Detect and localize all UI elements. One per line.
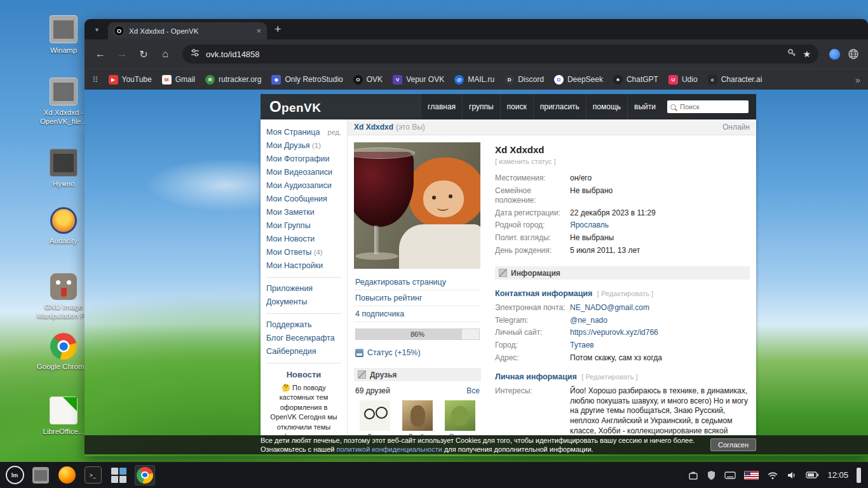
status-link[interactable]: Статус (+15%) xyxy=(355,348,480,357)
home-button[interactable]: ⌂ xyxy=(156,44,175,64)
workspace-switcher[interactable] xyxy=(109,465,129,485)
sidebar-item-answers[interactable]: Мои Ответы (4) xyxy=(266,246,341,259)
address-bar[interactable]: ovk.to/id14858 ★ xyxy=(182,44,818,64)
sidebar-item-my-page[interactable]: Моя Страницаред. xyxy=(266,126,341,139)
bookmark-deepseek[interactable]: DDeepSeek xyxy=(554,75,603,85)
show-desktop-button[interactable] xyxy=(857,468,861,483)
bookmark-mailru[interactable]: @MAIL.ru xyxy=(454,75,494,85)
youtube-favicon: ▶ xyxy=(109,75,118,85)
sidebar-item-audios[interactable]: Мои Аудиозаписи xyxy=(266,179,341,193)
friend-avatar[interactable] xyxy=(445,400,475,431)
bookmark-rutracker[interactable]: Rrutracker.org xyxy=(205,75,261,85)
us-flag-keyboard-layout[interactable] xyxy=(744,471,759,480)
firefox-button[interactable] xyxy=(57,465,77,485)
nav-help[interactable]: помощь xyxy=(586,94,627,119)
bookmark-only-retrostudio[interactable]: ◆Only RetroStudio xyxy=(271,75,342,85)
edit-link[interactable]: [ Редактировать ] xyxy=(581,373,637,381)
sidebar-item-documents[interactable]: Документы xyxy=(266,295,341,309)
nav-logout[interactable]: выйти xyxy=(627,94,662,119)
file-manager-button[interactable] xyxy=(31,465,51,485)
tab-close-icon[interactable]: × xyxy=(256,26,261,36)
sidebar-item-settings[interactable]: Мои Настройки xyxy=(266,259,341,273)
change-status-link[interactable]: [ изменить статус ] xyxy=(495,158,750,165)
sidebar-item-messages[interactable]: Мои Сообщения xyxy=(266,193,341,206)
sidebar-item-notes[interactable]: Мои Заметки xyxy=(266,206,341,219)
bookmark-label: ChatGPT xyxy=(627,75,658,84)
extension-icon[interactable] xyxy=(826,46,843,62)
battery-icon[interactable] xyxy=(806,471,819,478)
nav-groups[interactable]: группы xyxy=(462,94,500,119)
tab-search-button[interactable]: ▾ xyxy=(90,22,104,37)
sidebar-item-groups[interactable]: Мои Группы xyxy=(266,219,341,233)
nav-invite[interactable]: пригласить xyxy=(533,94,586,119)
subscribers-link[interactable]: 4 подписчика xyxy=(354,306,481,322)
privacy-policy-link[interactable]: политикой конфиденциальности xyxy=(337,445,442,453)
browser-window: ▾ O Xd Xdxdxd - OpenVK × + ← → ↻ ⌂ ovk.t… xyxy=(85,19,868,456)
sidebar-item-news[interactable]: Мои Новости xyxy=(266,233,341,246)
hometown-link[interactable]: Ярославль xyxy=(570,220,750,231)
bookmark-youtube[interactable]: ▶YouTube xyxy=(109,75,152,85)
nav-search[interactable]: поиск xyxy=(500,94,533,119)
bookmark-vepur-ovk[interactable]: VVepur OVK xyxy=(393,75,444,85)
terminal-button[interactable]: >_ xyxy=(83,465,103,485)
friend-item[interactable]: Даня xyxy=(355,400,395,435)
city-link[interactable]: Тутаев xyxy=(570,341,750,351)
news-text[interactable]: 🤔 По поводу кастомных тем оформления в O… xyxy=(266,383,341,435)
bookmarks-overflow-icon[interactable]: » xyxy=(855,74,860,85)
forward-button[interactable]: → xyxy=(112,44,132,64)
edit-shortcut[interactable]: ред. xyxy=(328,126,341,139)
website-link[interactable]: https://vepurovk.xyz/id766 xyxy=(570,328,750,338)
menu-button[interactable]: lm xyxy=(4,465,25,485)
chrome-icon xyxy=(137,467,153,484)
shield-tray-icon[interactable] xyxy=(707,470,716,480)
bookmark-discord[interactable]: DDiscord xyxy=(505,75,544,85)
telegram-link[interactable]: @ne_nado xyxy=(570,316,750,326)
openvk-logo[interactable]: OpenVK xyxy=(261,98,330,116)
back-button[interactable]: ← xyxy=(91,44,110,64)
sidebar-item-photos[interactable]: Мои Фотографии xyxy=(266,152,341,166)
sidebar-item-apps[interactable]: Приложения xyxy=(266,282,341,295)
email-link[interactable]: NE_NADO@gmail.com xyxy=(570,303,750,313)
globe-extension-icon[interactable] xyxy=(845,46,862,62)
new-tab-button[interactable]: + xyxy=(275,23,281,36)
sidebar-item-donate[interactable]: Поддержать xyxy=(266,318,341,332)
topbar-username[interactable]: Xd Xdxdxd xyxy=(354,123,393,132)
volume-icon[interactable] xyxy=(787,471,797,480)
sidebar-item-videos[interactable]: Мои Видеозаписи xyxy=(266,166,341,179)
bookmark-chatgpt[interactable]: ∗ChatGPT xyxy=(613,75,658,85)
friend-item[interactable]: Дрейк Крутоевич xyxy=(398,400,437,435)
bookmark-ovk[interactable]: OOVK xyxy=(353,75,383,85)
friend-avatar[interactable] xyxy=(360,400,390,431)
bookmark-label: Only RetroStudio xyxy=(285,75,342,84)
summary-table: Местоимения:он/его Семейное положение:Не… xyxy=(495,173,750,255)
edit-page-link[interactable]: Редактировать страницу xyxy=(354,274,481,290)
profile-photo[interactable] xyxy=(354,142,480,269)
archive-tray-icon[interactable] xyxy=(688,470,698,480)
cookie-accept-button[interactable]: Согласен xyxy=(710,438,756,451)
sidebar-item-blog[interactable]: Блог Веселкрафта xyxy=(266,332,341,345)
keyboard-tray-icon[interactable] xyxy=(724,471,736,479)
clock[interactable]: 12:05 xyxy=(827,470,848,480)
friends-all-link[interactable]: Все xyxy=(466,386,480,395)
chrome-icon xyxy=(50,333,77,360)
reload-button[interactable]: ↻ xyxy=(134,44,153,64)
sidebar-item-friends[interactable]: Мои Друзья (1) xyxy=(266,139,341,152)
bookmark-udio[interactable]: UUdio xyxy=(668,75,698,85)
field-row: Адрес:Потом скажу, сам хз когда xyxy=(495,353,750,363)
nav-home[interactable]: главная xyxy=(421,94,462,119)
bookmark-star-icon[interactable]: ★ xyxy=(803,49,811,59)
password-key-icon[interactable] xyxy=(787,48,797,60)
edit-link[interactable]: [ Редактировать ] xyxy=(597,290,653,297)
site-settings-icon[interactable] xyxy=(190,48,200,60)
sidebar-item-cyberpedia[interactable]: Сайберпедия xyxy=(266,345,341,358)
friend-avatar[interactable] xyxy=(402,400,433,431)
bookmark-characterai[interactable]: cCharacter.ai xyxy=(708,75,763,85)
friend-item[interactable]: Вадим xyxy=(440,400,480,435)
bookmark-gmail[interactable]: MGmail xyxy=(162,75,195,85)
boost-rating-link[interactable]: Повысить рейтинг xyxy=(354,290,481,306)
apps-grid-icon[interactable]: ⠿ xyxy=(92,75,98,85)
wifi-icon[interactable] xyxy=(767,471,778,480)
chrome-taskbar-button[interactable] xyxy=(135,465,155,485)
browser-tab[interactable]: O Xd Xdxdxd - OpenVK × xyxy=(108,22,267,39)
openvk-search-input[interactable] xyxy=(679,102,740,111)
